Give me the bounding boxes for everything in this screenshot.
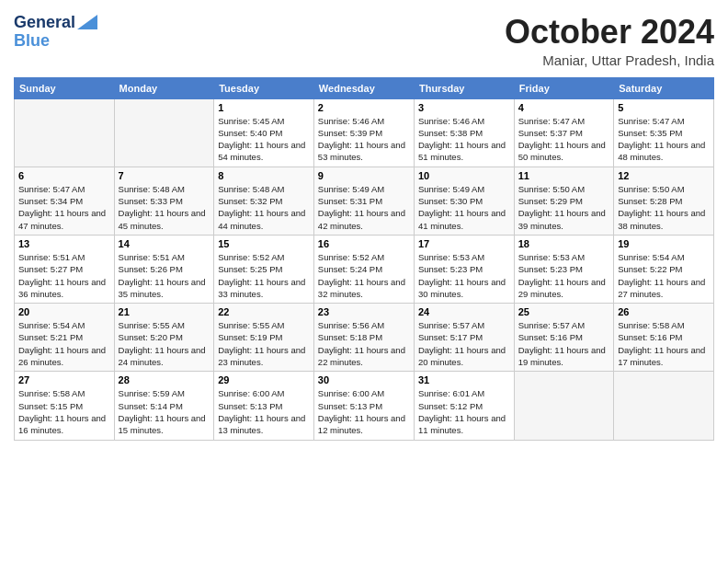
logo-general: General: [14, 14, 75, 32]
month-title: October 2024: [505, 14, 714, 51]
cell-content: Sunrise: 5:50 AMSunset: 5:28 PMDaylight:…: [618, 183, 710, 232]
cell-content: Sunrise: 5:58 AMSunset: 5:15 PMDaylight:…: [18, 387, 110, 436]
calendar-cell: 3Sunrise: 5:46 AMSunset: 5:38 PMDaylight…: [414, 98, 514, 167]
calendar-body: 1Sunrise: 5:45 AMSunset: 5:40 PMDaylight…: [15, 98, 714, 440]
cell-content: Sunrise: 5:46 AMSunset: 5:39 PMDaylight:…: [318, 115, 410, 164]
cell-content: Sunrise: 5:47 AMSunset: 5:35 PMDaylight:…: [618, 115, 710, 164]
cell-content: Sunrise: 5:54 AMSunset: 5:22 PMDaylight:…: [618, 251, 710, 300]
calendar-cell: 15Sunrise: 5:52 AMSunset: 5:25 PMDayligh…: [214, 235, 314, 303]
calendar-cell: 19Sunrise: 5:54 AMSunset: 5:22 PMDayligh…: [614, 235, 714, 303]
day-number: 24: [418, 306, 510, 317]
calendar-cell: 24Sunrise: 5:57 AMSunset: 5:17 PMDayligh…: [414, 304, 514, 372]
day-number: 27: [18, 374, 110, 385]
title-block: October 2024 Maniar, Uttar Pradesh, Indi…: [505, 14, 714, 68]
calendar-cell: 1Sunrise: 5:45 AMSunset: 5:40 PMDaylight…: [214, 98, 314, 167]
calendar-cell: 26Sunrise: 5:58 AMSunset: 5:16 PMDayligh…: [614, 304, 714, 372]
header-friday: Friday: [514, 77, 613, 98]
day-number: 28: [119, 374, 210, 385]
page: General Blue October 2024 Maniar, Uttar …: [0, 0, 728, 563]
day-number: 10: [418, 170, 510, 181]
day-number: 21: [119, 306, 210, 317]
day-number: 31: [418, 374, 510, 385]
day-number: 4: [518, 102, 609, 113]
calendar-cell: 9Sunrise: 5:49 AMSunset: 5:31 PMDaylight…: [313, 167, 414, 235]
day-number: 5: [618, 102, 710, 113]
cell-content: Sunrise: 6:01 AMSunset: 5:12 PMDaylight:…: [418, 387, 510, 436]
calendar-cell: 7Sunrise: 5:48 AMSunset: 5:33 PMDaylight…: [114, 167, 214, 235]
calendar-cell: 21Sunrise: 5:55 AMSunset: 5:20 PMDayligh…: [114, 304, 214, 372]
calendar-cell: [15, 98, 115, 167]
cell-content: Sunrise: 5:47 AMSunset: 5:34 PMDaylight:…: [18, 183, 110, 232]
day-number: 11: [518, 170, 609, 181]
calendar-cell: 14Sunrise: 5:51 AMSunset: 5:26 PMDayligh…: [114, 235, 214, 303]
day-number: 18: [518, 238, 609, 249]
calendar-cell: 29Sunrise: 6:00 AMSunset: 5:13 PMDayligh…: [214, 372, 314, 440]
calendar-cell: 2Sunrise: 5:46 AMSunset: 5:39 PMDaylight…: [313, 98, 414, 167]
calendar-cell: [514, 372, 613, 440]
logo-icon: [77, 15, 97, 29]
calendar-header: Sunday Monday Tuesday Wednesday Thursday…: [15, 77, 714, 98]
calendar-cell: 6Sunrise: 5:47 AMSunset: 5:34 PMDaylight…: [15, 167, 115, 235]
calendar-cell: 16Sunrise: 5:52 AMSunset: 5:24 PMDayligh…: [313, 235, 414, 303]
svg-marker-0: [77, 15, 97, 29]
day-number: 17: [418, 238, 510, 249]
calendar-cell: 28Sunrise: 5:59 AMSunset: 5:14 PMDayligh…: [114, 372, 214, 440]
cell-content: Sunrise: 5:53 AMSunset: 5:23 PMDaylight:…: [518, 251, 609, 300]
day-number: 29: [218, 374, 310, 385]
header-monday: Monday: [114, 77, 214, 98]
day-number: 15: [218, 238, 310, 249]
cell-content: Sunrise: 5:56 AMSunset: 5:18 PMDaylight:…: [318, 319, 410, 368]
day-number: 13: [18, 238, 110, 249]
week-row-2: 6Sunrise: 5:47 AMSunset: 5:34 PMDaylight…: [15, 167, 714, 235]
logo-blue: Blue: [14, 32, 50, 51]
header: General Blue October 2024 Maniar, Uttar …: [14, 14, 714, 68]
calendar-cell: [114, 98, 214, 167]
day-number: 3: [418, 102, 510, 113]
day-number: 22: [218, 306, 310, 317]
header-saturday: Saturday: [614, 77, 714, 98]
calendar: Sunday Monday Tuesday Wednesday Thursday…: [14, 77, 714, 441]
cell-content: Sunrise: 5:50 AMSunset: 5:29 PMDaylight:…: [518, 183, 609, 232]
cell-content: Sunrise: 5:58 AMSunset: 5:16 PMDaylight:…: [618, 319, 710, 368]
cell-content: Sunrise: 5:53 AMSunset: 5:23 PMDaylight:…: [418, 251, 510, 300]
logo: General Blue: [14, 14, 97, 51]
day-number: 25: [518, 306, 609, 317]
day-number: 19: [618, 238, 710, 249]
cell-content: Sunrise: 5:48 AMSunset: 5:33 PMDaylight:…: [119, 183, 210, 232]
cell-content: Sunrise: 5:51 AMSunset: 5:26 PMDaylight:…: [119, 251, 210, 300]
cell-content: Sunrise: 5:48 AMSunset: 5:32 PMDaylight:…: [218, 183, 310, 232]
week-row-4: 20Sunrise: 5:54 AMSunset: 5:21 PMDayligh…: [15, 304, 714, 372]
day-number: 12: [618, 170, 710, 181]
day-number: 7: [119, 170, 210, 181]
day-number: 14: [119, 238, 210, 249]
calendar-cell: 30Sunrise: 6:00 AMSunset: 5:13 PMDayligh…: [313, 372, 414, 440]
cell-content: Sunrise: 5:54 AMSunset: 5:21 PMDaylight:…: [18, 319, 110, 368]
cell-content: Sunrise: 5:57 AMSunset: 5:17 PMDaylight:…: [418, 319, 510, 368]
calendar-cell: 12Sunrise: 5:50 AMSunset: 5:28 PMDayligh…: [614, 167, 714, 235]
calendar-cell: 17Sunrise: 5:53 AMSunset: 5:23 PMDayligh…: [414, 235, 514, 303]
cell-content: Sunrise: 5:51 AMSunset: 5:27 PMDaylight:…: [18, 251, 110, 300]
calendar-cell: 11Sunrise: 5:50 AMSunset: 5:29 PMDayligh…: [514, 167, 613, 235]
calendar-cell: 10Sunrise: 5:49 AMSunset: 5:30 PMDayligh…: [414, 167, 514, 235]
day-number: 8: [218, 170, 310, 181]
day-number: 6: [18, 170, 110, 181]
day-number: 20: [18, 306, 110, 317]
cell-content: Sunrise: 5:52 AMSunset: 5:25 PMDaylight:…: [218, 251, 310, 300]
calendar-cell: 23Sunrise: 5:56 AMSunset: 5:18 PMDayligh…: [313, 304, 414, 372]
cell-content: Sunrise: 5:55 AMSunset: 5:19 PMDaylight:…: [218, 319, 310, 368]
day-number: 30: [318, 374, 410, 385]
cell-content: Sunrise: 5:57 AMSunset: 5:16 PMDaylight:…: [518, 319, 609, 368]
day-number: 2: [318, 102, 410, 113]
week-row-1: 1Sunrise: 5:45 AMSunset: 5:40 PMDaylight…: [15, 98, 714, 167]
cell-content: Sunrise: 5:47 AMSunset: 5:37 PMDaylight:…: [518, 115, 609, 164]
week-row-5: 27Sunrise: 5:58 AMSunset: 5:15 PMDayligh…: [15, 372, 714, 440]
calendar-cell: 31Sunrise: 6:01 AMSunset: 5:12 PMDayligh…: [414, 372, 514, 440]
day-number: 1: [218, 102, 310, 113]
calendar-cell: 13Sunrise: 5:51 AMSunset: 5:27 PMDayligh…: [15, 235, 115, 303]
day-number: 23: [318, 306, 410, 317]
cell-content: Sunrise: 5:46 AMSunset: 5:38 PMDaylight:…: [418, 115, 510, 164]
cell-content: Sunrise: 5:52 AMSunset: 5:24 PMDaylight:…: [318, 251, 410, 300]
header-sunday: Sunday: [15, 77, 115, 98]
cell-content: Sunrise: 5:59 AMSunset: 5:14 PMDaylight:…: [119, 387, 210, 436]
calendar-cell: 20Sunrise: 5:54 AMSunset: 5:21 PMDayligh…: [15, 304, 115, 372]
